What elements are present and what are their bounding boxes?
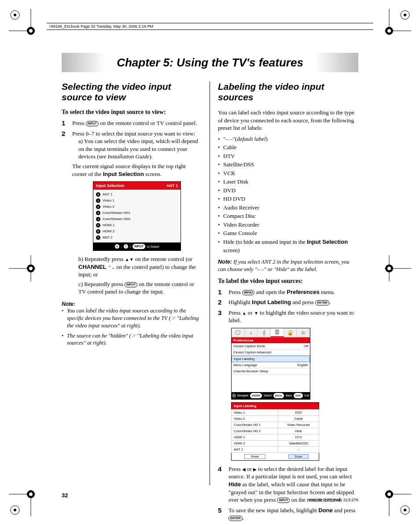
left-subhead: To select the video input source to view… bbox=[62, 109, 202, 116]
rstep-2: 2Highlight Input Labeling and press ENTE… bbox=[218, 298, 358, 306]
page-number: 32 bbox=[62, 492, 68, 499]
label-item: Compact Disc bbox=[218, 212, 358, 220]
rstep-1: 1Press MENU and open the Preferences men… bbox=[218, 288, 358, 296]
svg-point-31 bbox=[404, 509, 406, 511]
enter-button-icon: ENTER bbox=[315, 300, 329, 305]
label-item: VCR bbox=[218, 169, 358, 178]
label-item: "– –"(default label) bbox=[218, 135, 358, 143]
svg-point-29 bbox=[387, 492, 391, 496]
exit-button-icon: EXIT bbox=[294, 393, 302, 398]
reset-button: Reset bbox=[244, 454, 265, 459]
step2-intro: Press 0–7 to select the input source you… bbox=[72, 130, 195, 137]
enter-button-icon: ENTER bbox=[250, 393, 262, 398]
svg-point-25 bbox=[14, 509, 16, 511]
header-filename: HM196_EN.book Page 32 Tuesday, May 30, 2… bbox=[47, 23, 373, 30]
svg-point-19 bbox=[387, 267, 391, 270]
step2-a: a) You can select the video input, which… bbox=[78, 137, 202, 161]
svg-point-11 bbox=[387, 29, 391, 33]
isp-title: Input Selection bbox=[96, 183, 125, 188]
isp-item: ColorStream HD2 bbox=[103, 216, 130, 222]
isp-foot-zero-icon: 0 bbox=[115, 244, 119, 249]
label-item: Video Recorder bbox=[218, 220, 358, 229]
isp-item: HDMI 2 bbox=[103, 228, 114, 235]
input-button-icon: INPUT bbox=[133, 244, 145, 249]
left-arrow-icon: ◀ bbox=[242, 467, 246, 472]
crop-mark-icon bbox=[9, 9, 35, 35]
tab-preferences-icon: ☰ bbox=[271, 328, 284, 337]
isp-item: ColorStream HD1 bbox=[103, 210, 130, 216]
rstep-5: 5 To save the new input labels, highligh… bbox=[218, 507, 358, 525]
label-item: HD DVD bbox=[218, 195, 358, 203]
tab-setup-icon: ⎚ bbox=[297, 328, 310, 337]
isp-item: Video 2 bbox=[103, 204, 114, 210]
step1-text-b: on the remote control or TV control pane… bbox=[100, 120, 197, 126]
input-selection-panel: Input Selection ANT 1 0ANT 1 1Video 1 2V… bbox=[93, 181, 181, 251]
step-2: 2 Press 0–7 to select the input source y… bbox=[62, 130, 202, 297]
isp-index-icon: 5 bbox=[96, 223, 100, 228]
input-button-icon: INPUT bbox=[125, 282, 137, 287]
down-arrow-icon: ▼ bbox=[254, 311, 258, 316]
isp-index-icon: 2 bbox=[96, 205, 100, 209]
label-item: DTV bbox=[218, 152, 358, 161]
crop-mark-icon bbox=[385, 255, 411, 282]
isp-index-icon: 4 bbox=[96, 217, 100, 221]
prefs-header: Preferences bbox=[232, 338, 310, 343]
chapter-title: Chapter 5: Using the TV's features bbox=[62, 53, 358, 72]
step-1: 1 Press INPUT on the remote control or T… bbox=[62, 119, 202, 127]
isp-item: HDMI 1 bbox=[103, 222, 114, 228]
tab-picture-icon: 🖵 bbox=[232, 328, 245, 337]
left-column: Selecting the video input source to view… bbox=[62, 81, 210, 485]
right-column: Labeling the video input sources You can… bbox=[210, 81, 358, 485]
isp-item: ANT 1 bbox=[103, 191, 113, 198]
step1-text-a: Press bbox=[72, 120, 84, 126]
right-subhead: To label the video input sources: bbox=[218, 278, 358, 285]
crop-mark-icon bbox=[9, 490, 35, 516]
step2-b: b) Repeatedly press ▲▼ on the remote con… bbox=[78, 255, 202, 279]
chevron-up-down-icon: ⌃⌄ bbox=[108, 265, 115, 270]
rstep-3: 3Press ▲ or ▼ to highlight the video sou… bbox=[218, 309, 358, 324]
isp-foot-seven-icon: 7 bbox=[124, 244, 128, 249]
crop-mark-icon bbox=[385, 9, 411, 35]
svg-point-15 bbox=[29, 267, 33, 270]
crop-mark-icon bbox=[9, 255, 35, 282]
input-button-icon: INPUT bbox=[86, 121, 99, 126]
prefs-input-labeling-row: Input Labeling bbox=[232, 356, 310, 362]
label-item: Game Console bbox=[218, 229, 358, 238]
section-title-right: Labeling the video input sources bbox=[218, 81, 358, 103]
input-labeling-table: Input Labeling Video 1DVD Video 2Cable C… bbox=[231, 402, 319, 461]
tab-audio-icon: ♪ bbox=[245, 328, 258, 337]
svg-point-1 bbox=[14, 14, 16, 16]
up-down-arrow-icon: ▲▼ bbox=[125, 257, 134, 262]
menu-button-icon: MENU bbox=[242, 290, 255, 295]
svg-point-5 bbox=[29, 29, 33, 33]
isp-foot-text: to Select bbox=[147, 245, 159, 249]
label-item: Satellite/DSS bbox=[218, 160, 358, 169]
done-button: Done bbox=[288, 454, 309, 459]
back-button-icon: BACK bbox=[273, 393, 284, 398]
step2-a-after: The current signal source displays in th… bbox=[72, 162, 202, 178]
svg-point-23 bbox=[29, 492, 33, 496]
svg-point-7 bbox=[404, 14, 406, 16]
isp-index-icon: 1 bbox=[96, 198, 100, 203]
preferences-panel: 🖵 ♪ 𝄞 ☰ 🔒 ⎚ Preferences Closed Caption M… bbox=[231, 328, 310, 400]
right-note: Note: If you select ANT 2 in the Input s… bbox=[218, 258, 358, 273]
label-item: Laser Disk bbox=[218, 177, 358, 186]
note-item: You can label the video input sources ac… bbox=[62, 307, 202, 330]
page: HM196_EN.book Page 32 Tuesday, May 30, 2… bbox=[0, 0, 420, 525]
step-number: 1 bbox=[62, 119, 68, 127]
label-item: Cable bbox=[218, 143, 358, 152]
note-heading: Note: bbox=[62, 301, 202, 307]
tab-apps-icon: 𝄞 bbox=[258, 328, 271, 337]
il-header: Input Labeling bbox=[232, 402, 319, 409]
label-item: Hide (to hide an unused input in the Inp… bbox=[218, 238, 358, 255]
right-intro: You can label each video input source ac… bbox=[218, 109, 358, 132]
isp-index-icon: 6 bbox=[96, 229, 100, 234]
isp-item: Video 1 bbox=[103, 198, 114, 204]
label-item: DVD bbox=[218, 186, 358, 195]
label-list: "– –"(default label) Cable DTV Satellite… bbox=[218, 135, 358, 255]
input-button-icon: INPUT bbox=[277, 498, 290, 503]
step2-c: c) Repeatedly press INPUT on the remote … bbox=[78, 280, 202, 296]
isp-index-icon: 7 bbox=[96, 235, 100, 240]
label-item: Audio Receiver bbox=[218, 203, 358, 212]
right-arrow-icon: ▶ bbox=[253, 467, 257, 472]
